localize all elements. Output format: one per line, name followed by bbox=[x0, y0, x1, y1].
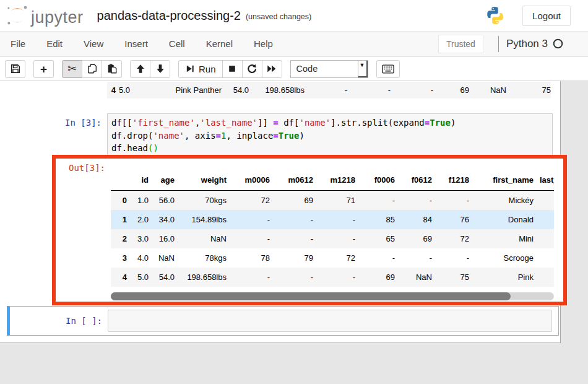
table-row: 45.054.0198.658lbs---69NaN75Pink bbox=[111, 268, 554, 287]
table-cell: 4 bbox=[107, 82, 116, 98]
code-editor[interactable]: df[['first_name','last_name']] = df['nam… bbox=[107, 113, 553, 158]
command-palette-button[interactable] bbox=[376, 60, 400, 78]
code-line: df.head() bbox=[111, 142, 548, 155]
table-header-row: idageweightm0006m0612m1218f0006f0612f121… bbox=[111, 172, 554, 191]
add-cell-button[interactable]: + bbox=[33, 60, 54, 78]
table-cell: 65 bbox=[355, 229, 395, 248]
horizontal-scrollbar[interactable] bbox=[111, 292, 554, 300]
logout-button[interactable]: Logout bbox=[522, 6, 571, 26]
paste-icon bbox=[106, 63, 118, 74]
table-cell: 85 bbox=[355, 210, 395, 229]
paste-cell-button[interactable] bbox=[102, 60, 122, 78]
cut-cell-button[interactable]: ✂ bbox=[62, 60, 82, 78]
table-cell: - bbox=[313, 229, 355, 248]
interrupt-kernel-button[interactable] bbox=[222, 60, 243, 78]
code-line: df.drop('name', axis=1, inplace=True) bbox=[111, 129, 548, 142]
table-cell: - bbox=[270, 268, 313, 287]
kernel-name: Python 3 bbox=[506, 38, 548, 50]
copy-cell-button[interactable] bbox=[82, 60, 102, 78]
table-cell: 1.0 bbox=[127, 191, 149, 211]
menu-item-edit[interactable]: Edit bbox=[36, 33, 73, 55]
python-logo-icon bbox=[485, 6, 505, 25]
table-cell: 84 bbox=[395, 210, 432, 229]
notebook-title[interactable]: pandas-data-processing-2 bbox=[97, 9, 241, 23]
table-row: 12.034.0154.89lbs---858476Donald bbox=[111, 210, 554, 229]
table-row: 34.0NaN78kgs787972---Scrooge bbox=[111, 248, 554, 268]
menu-item-view[interactable]: View bbox=[73, 33, 114, 55]
cell-type-select[interactable]: Code ▼ bbox=[290, 60, 368, 78]
table-cell: 76 bbox=[432, 210, 469, 229]
table-cell: 4.0 bbox=[127, 248, 149, 268]
cell-type-value: Code bbox=[296, 64, 318, 74]
table-cell: 3.0 bbox=[127, 229, 149, 248]
jupyter-logo-text: jupyter bbox=[31, 9, 84, 26]
chevron-down-icon: ▼ bbox=[358, 61, 368, 77]
fast-forward-icon bbox=[266, 63, 277, 74]
scrolled-output-row: 45.0Pink Panther54.0198.658lbs---69NaN75 bbox=[107, 82, 551, 99]
table-cell: - bbox=[270, 229, 313, 248]
notebook-container: 45.0Pink Panther54.0198.658lbs---69NaN75… bbox=[0, 81, 561, 343]
table-cell: NaN bbox=[175, 229, 227, 248]
dataframe-output: idageweightm0006m0612m1218f0006f0612f121… bbox=[111, 163, 554, 300]
save-icon bbox=[10, 63, 21, 74]
table-cell bbox=[534, 191, 554, 211]
table-cell: 54.0 bbox=[149, 268, 175, 287]
code-cell[interactable]: In [3]: df[['first_name','last_name']] =… bbox=[0, 113, 561, 158]
code-token: df[[ bbox=[111, 118, 132, 128]
refresh-icon bbox=[246, 63, 257, 74]
move-cell-up-button[interactable] bbox=[130, 60, 150, 78]
step-forward-icon bbox=[185, 64, 195, 74]
scrollbar-thumb[interactable] bbox=[111, 292, 511, 300]
move-cell-down-button[interactable] bbox=[150, 60, 170, 78]
table-cell: 56.0 bbox=[149, 191, 175, 211]
table-cell: 1 bbox=[111, 210, 127, 229]
code-token: = bbox=[216, 131, 221, 141]
table-cell: - bbox=[270, 210, 313, 229]
column-header: m1218 bbox=[313, 172, 355, 191]
table-cell: 54.0 bbox=[222, 82, 249, 98]
table-cell: - bbox=[227, 210, 270, 229]
table-cell: 75 bbox=[432, 268, 469, 287]
arrow-down-icon bbox=[155, 63, 166, 74]
empty-code-cell[interactable]: In [ ]: bbox=[7, 306, 559, 336]
table-cell: 3 bbox=[111, 248, 127, 268]
menu-item-cell[interactable]: Cell bbox=[158, 33, 196, 55]
table-cell: 34.0 bbox=[149, 210, 175, 229]
run-button[interactable]: Run bbox=[178, 60, 223, 78]
code-token: , inplace bbox=[226, 131, 273, 141]
table-cell: - bbox=[313, 210, 355, 229]
table-cell: 0 bbox=[111, 191, 127, 211]
table-cell: 4 bbox=[111, 268, 127, 287]
table-cell: 71 bbox=[313, 191, 355, 211]
menu-item-kernel[interactable]: Kernel bbox=[196, 33, 243, 55]
menu-item-help[interactable]: Help bbox=[243, 33, 283, 55]
code-token: = bbox=[273, 131, 278, 141]
column-header: m0006 bbox=[227, 172, 270, 191]
trusted-badge[interactable]: Trusted bbox=[438, 35, 483, 53]
table-cell: 72 bbox=[432, 229, 469, 248]
table-cell: - bbox=[227, 268, 270, 287]
table-row: 23.016.0NaN---656972Mini bbox=[111, 229, 554, 248]
column-header: f0612 bbox=[395, 172, 432, 191]
menu-item-file[interactable]: File bbox=[0, 33, 36, 55]
save-button[interactable] bbox=[5, 60, 25, 78]
kernel-idle-icon bbox=[553, 38, 563, 49]
code-token: ]] bbox=[257, 118, 273, 128]
jupyter-logo[interactable]: jupyter bbox=[6, 5, 84, 26]
table-cell: 78kgs bbox=[175, 248, 227, 268]
code-token: ) bbox=[299, 131, 304, 141]
table-cell: 75 bbox=[506, 82, 551, 98]
table-cell: 2 bbox=[111, 229, 127, 248]
code-token: True bbox=[430, 118, 451, 128]
code-editor-empty[interactable] bbox=[108, 310, 552, 332]
restart-kernel-button[interactable] bbox=[242, 60, 262, 78]
code-token: ].str.split(expand bbox=[331, 118, 425, 128]
table-row: 45.0Pink Panther54.0198.658lbs---69NaN75 bbox=[107, 82, 551, 98]
restart-run-all-button[interactable] bbox=[262, 60, 282, 78]
menu-item-insert[interactable]: Insert bbox=[114, 33, 158, 55]
code-token: 'last_name' bbox=[200, 118, 257, 128]
menu-items: FileEditViewInsertCellKernelHelp bbox=[0, 33, 283, 55]
plus-icon: + bbox=[40, 63, 47, 75]
red-highlight-box: Out[3]: idageweightm0006m0612m1218f0006f… bbox=[52, 155, 567, 305]
code-token: True bbox=[279, 131, 300, 141]
